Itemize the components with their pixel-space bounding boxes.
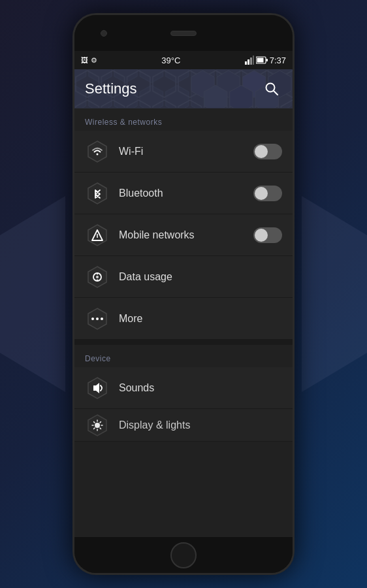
more-icon-wrapper bbox=[85, 306, 110, 331]
svg-line-42 bbox=[94, 421, 95, 422]
svg-point-32 bbox=[96, 318, 99, 320]
svg-marker-23 bbox=[88, 183, 106, 204]
svg-rect-3 bbox=[253, 56, 254, 65]
bluetooth-hex-icon bbox=[86, 182, 109, 205]
svg-point-31 bbox=[91, 318, 94, 320]
settings-item-data[interactable]: Data usage bbox=[74, 256, 293, 298]
svg-line-20 bbox=[274, 91, 278, 95]
display-icon-wrapper bbox=[85, 413, 110, 438]
svg-rect-1 bbox=[247, 59, 249, 65]
phone-bottom bbox=[74, 537, 293, 573]
front-camera bbox=[101, 30, 107, 37]
search-icon bbox=[264, 82, 279, 96]
home-button[interactable] bbox=[170, 542, 197, 568]
image-icon: 🖼 bbox=[81, 56, 88, 64]
sounds-label: Sounds bbox=[119, 382, 282, 394]
phone-top bbox=[74, 15, 293, 51]
display-hex-icon bbox=[86, 414, 109, 437]
more-label: More bbox=[119, 313, 282, 325]
settings-item-more[interactable]: More bbox=[74, 298, 293, 340]
more-hex-icon bbox=[86, 307, 109, 331]
sounds-hex-icon bbox=[86, 376, 109, 400]
svg-rect-6 bbox=[257, 58, 263, 63]
data-hex-icon bbox=[86, 265, 109, 289]
svg-rect-0 bbox=[245, 61, 247, 65]
screen: 🖼 ⚙ 39°C 7:37 bbox=[74, 51, 293, 537]
section-header-wireless: Wireless & networks bbox=[74, 108, 293, 131]
page-title: Settings bbox=[85, 80, 137, 97]
section-divider bbox=[74, 340, 293, 345]
wifi-icon-wrapper bbox=[85, 139, 110, 164]
volume-button bbox=[293, 120, 295, 152]
svg-marker-21 bbox=[88, 141, 106, 162]
svg-point-33 bbox=[101, 318, 103, 320]
svg-rect-5 bbox=[266, 59, 268, 61]
temperature-display: 39°C bbox=[161, 56, 180, 65]
settings-item-display[interactable]: Display & lights bbox=[74, 409, 293, 442]
bluetooth-icon-wrapper bbox=[85, 181, 110, 206]
app-header: Settings bbox=[74, 69, 293, 108]
gear-icon: ⚙ bbox=[91, 56, 97, 65]
power-button bbox=[293, 165, 295, 185]
status-left-icons: 🖼 ⚙ bbox=[81, 56, 97, 65]
settings-list: Wireless & networks Wi-Fi bbox=[74, 108, 293, 537]
section-header-device: Device bbox=[74, 345, 293, 367]
phone-frame: 🖼 ⚙ 39°C 7:37 bbox=[72, 13, 295, 575]
header-content: Settings bbox=[74, 69, 293, 108]
data-label: Data usage bbox=[119, 271, 282, 283]
sounds-icon-wrapper bbox=[85, 376, 110, 400]
battery-icon bbox=[256, 56, 268, 64]
svg-line-43 bbox=[100, 428, 101, 429]
data-icon-wrapper bbox=[85, 265, 110, 289]
mobile-toggle[interactable] bbox=[253, 227, 282, 243]
svg-point-37 bbox=[95, 423, 100, 428]
wifi-hex-icon bbox=[86, 140, 109, 163]
mobile-icon-wrapper bbox=[85, 223, 110, 248]
status-bar: 🖼 ⚙ 39°C 7:37 bbox=[74, 51, 293, 69]
settings-item-mobile[interactable]: Mobile networks bbox=[74, 214, 293, 256]
svg-line-45 bbox=[94, 428, 95, 429]
svg-line-44 bbox=[100, 421, 101, 422]
settings-item-wifi[interactable]: Wi-Fi bbox=[74, 131, 293, 172]
search-button[interactable] bbox=[261, 78, 282, 99]
settings-item-sounds[interactable]: Sounds bbox=[74, 367, 293, 409]
bluetooth-label: Bluetooth bbox=[119, 188, 253, 199]
display-label: Display & lights bbox=[119, 419, 282, 431]
phone-speaker bbox=[170, 31, 197, 36]
svg-rect-2 bbox=[250, 57, 252, 65]
wifi-label: Wi-Fi bbox=[119, 146, 253, 157]
bluetooth-toggle[interactable] bbox=[253, 186, 282, 201]
wifi-toggle[interactable] bbox=[253, 144, 282, 159]
mobile-label: Mobile networks bbox=[119, 229, 253, 241]
signal-icon bbox=[245, 56, 254, 65]
time-display: 7:37 bbox=[270, 56, 286, 65]
mobile-hex-icon bbox=[86, 223, 109, 247]
settings-item-bluetooth[interactable]: Bluetooth bbox=[74, 172, 293, 214]
svg-point-29 bbox=[96, 276, 99, 278]
status-right-icons: 7:37 bbox=[245, 56, 286, 65]
svg-point-22 bbox=[97, 153, 99, 155]
